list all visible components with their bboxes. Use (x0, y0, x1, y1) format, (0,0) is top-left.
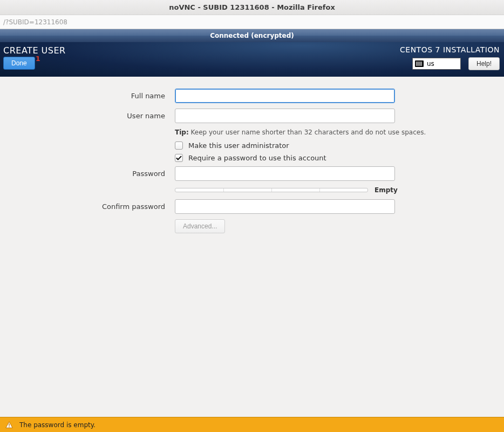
keyboard-layout-label: us (427, 60, 434, 68)
username-label: User name (0, 112, 175, 120)
require-password-label: Require a password to use this account (188, 154, 326, 162)
password-strength-meter (175, 188, 368, 192)
confirm-password-input[interactable] (175, 199, 395, 214)
keyboard-icon (415, 60, 424, 67)
window-title: noVNC - SUBID 12311608 - Mozilla Firefox (169, 3, 335, 11)
svg-rect-0 (9, 423, 9, 426)
username-input[interactable] (175, 109, 395, 123)
confirm-password-label: Confirm password (0, 202, 175, 211)
url-bar[interactable]: /?SUBID=12311608 (0, 15, 504, 29)
warning-text: The password is empty. (19, 421, 96, 429)
admin-checkbox-label: Make this user administrator (188, 141, 289, 150)
warning-icon (5, 421, 13, 429)
window-titlebar: noVNC - SUBID 12311608 - Mozilla Firefox (0, 0, 504, 15)
tip-text: Keep your user name shorter than 32 char… (189, 129, 426, 136)
check-icon (176, 155, 182, 161)
password-strength-label: Empty (374, 186, 398, 194)
create-user-form: Full name User name Tip: Keep your user … (0, 77, 504, 233)
product-brand: CENTOS 7 INSTALLATION (400, 45, 500, 54)
password-input[interactable] (175, 166, 395, 181)
warning-bar: The password is empty. (0, 417, 504, 432)
installer-header: CREATE USER Done 1 CENTOS 7 INSTALLATION… (0, 42, 504, 77)
advanced-button[interactable]: Advanced... (175, 219, 225, 233)
done-badge: 1 (36, 55, 40, 63)
page-title: CREATE USER (3, 45, 66, 56)
require-password-checkbox[interactable] (175, 154, 183, 162)
svg-rect-1 (9, 426, 9, 427)
password-label: Password (0, 170, 175, 178)
fullname-input[interactable] (175, 89, 395, 103)
url-text: /?SUBID=12311608 (3, 18, 67, 26)
fullname-label: Full name (0, 92, 175, 100)
done-button[interactable]: Done (3, 57, 35, 70)
admin-checkbox[interactable] (175, 141, 183, 150)
keyboard-layout-selector[interactable]: us (412, 58, 461, 70)
vnc-status-bar: Connected (encrypted) (0, 29, 504, 42)
username-tip: Tip: Keep your user name shorter than 32… (0, 129, 504, 136)
help-button[interactable]: Help! (468, 57, 500, 70)
vnc-status-text: Connected (encrypted) (210, 32, 294, 39)
tip-prefix: Tip: (175, 129, 189, 136)
